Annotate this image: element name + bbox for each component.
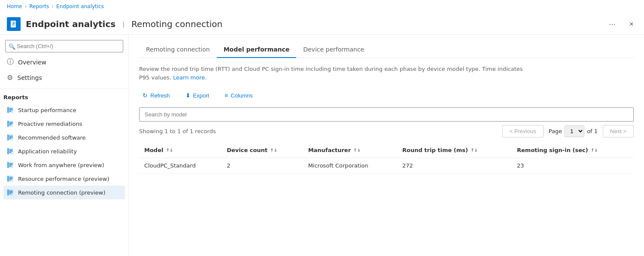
svg-rect-27 (9, 163, 13, 164)
cell-manufacturer: Microsoft Corporation (303, 158, 397, 174)
refresh-icon: ↻ (143, 92, 148, 99)
col-round-trip-time[interactable]: Round trip time (ms) ↑↓ (397, 143, 512, 158)
report-icon-work-from-anywhere (7, 162, 14, 168)
model-search-input[interactable] (139, 107, 634, 122)
page-select[interactable]: 1 (565, 125, 584, 137)
sidebar-item-overview[interactable]: ⓘ Overview (3, 54, 125, 70)
svg-rect-37 (9, 191, 13, 192)
pagination-bar: Showing 1 to 1 of 1 records < Previous P… (139, 125, 634, 137)
search-icon: 🔍 (9, 43, 15, 49)
close-button[interactable]: × (626, 18, 637, 30)
tab-device-performance[interactable]: Device performance (296, 42, 371, 58)
report-icon-proactive-remediations (7, 120, 14, 127)
sidebar-search-input[interactable] (5, 40, 123, 52)
svg-rect-34 (9, 180, 12, 180)
svg-rect-33 (9, 178, 13, 179)
columns-icon: ≡ (225, 92, 228, 99)
svg-rect-22 (9, 149, 13, 150)
main-layout: 🔍 « ⓘ Overview ⚙ Settings Reports (0, 35, 644, 256)
page-label: Page (549, 128, 562, 134)
cell-device-count: 2 (222, 158, 303, 174)
col-device-count[interactable]: Device count ↑↓ (222, 143, 303, 158)
top-bar-actions: ··· × (605, 18, 637, 30)
svg-rect-13 (9, 123, 13, 124)
breadcrumb-sep-1: › (24, 3, 27, 9)
sidebar-item-work-from-anywhere[interactable]: Work from anywhere (preview) (3, 158, 125, 172)
ellipsis-button[interactable]: ··· (605, 18, 619, 30)
sidebar-item-proactive-remediations[interactable]: Proactive remediations (3, 117, 125, 131)
report-icon-startup-performance (7, 107, 14, 113)
sort-icon-device-count: ↑↓ (270, 148, 277, 152)
columns-button[interactable]: ≡ Columns (221, 90, 256, 101)
svg-rect-14 (9, 125, 12, 125)
sidebar-item-proactive-remediations-label: Proactive remediations (18, 121, 82, 127)
col-manufacturer[interactable]: Manufacturer ↑↓ (303, 143, 397, 158)
export-label: Export (193, 92, 210, 99)
search-wrapper: 🔍 « (5, 40, 123, 52)
svg-rect-7 (9, 108, 13, 109)
columns-label: Columns (231, 92, 252, 99)
table-header: Model ↑↓ Device count ↑↓ Manufacturer (139, 143, 634, 158)
toolbar: ↻ Refresh ⬇ Export ≡ Columns (139, 90, 634, 101)
settings-icon: ⚙ (7, 73, 13, 82)
sidebar-item-startup-performance[interactable]: Startup performance (3, 103, 125, 117)
breadcrumb-sep-2: › (52, 3, 54, 9)
breadcrumb-reports[interactable]: Reports (29, 3, 49, 9)
refresh-button[interactable]: ↻ Refresh (139, 90, 173, 101)
sort-icon-round-trip-time: ↑↓ (471, 148, 478, 152)
svg-rect-28 (9, 165, 13, 165)
sidebar-item-work-from-anywhere-label: Work from anywhere (preview) (18, 162, 104, 168)
top-bar-left: Endpoint analytics | Remoting connection (7, 17, 222, 31)
showing-text: Showing 1 to 1 of 1 records (139, 128, 216, 134)
tab-model-performance[interactable]: Model performance (217, 42, 297, 58)
page-of-text: of 1 (587, 128, 598, 134)
previous-button[interactable]: < Previous (502, 125, 544, 137)
svg-rect-39 (9, 193, 12, 194)
next-button[interactable]: Next > (603, 125, 634, 137)
page-title-app: Endpoint analytics (26, 19, 115, 29)
report-icon-remoting-connection (7, 189, 14, 196)
sidebar-item-settings[interactable]: ⚙ Settings (3, 70, 125, 85)
table-row: CloudPC_Standard 2 Microsoft Corporation… (139, 158, 634, 174)
sidebar-item-application-reliability[interactable]: Application reliability (3, 144, 125, 158)
svg-rect-18 (9, 137, 13, 138)
sidebar-item-settings-label: Settings (17, 74, 42, 81)
tabs-bar: Remoting connection Model performance De… (139, 42, 634, 58)
svg-rect-24 (9, 152, 12, 153)
sidebar-item-application-reliability-label: Application reliability (18, 148, 77, 155)
col-remoting-sign-in[interactable]: Remoting sign-in (sec) ↑↓ (512, 143, 634, 158)
tab-remoting-connection[interactable]: Remoting connection (139, 42, 217, 58)
sidebar-item-overview-label: Overview (18, 59, 46, 66)
sidebar-nav: ⓘ Overview ⚙ Settings (0, 54, 128, 85)
svg-rect-9 (9, 111, 12, 112)
breadcrumb-home[interactable]: Home (7, 3, 22, 9)
data-table: Model ↑↓ Device count ↑↓ Manufacturer (139, 143, 634, 174)
content-description: Review the round trip time (RTT) and Clo… (139, 65, 526, 82)
learn-more-link[interactable]: Learn more. (173, 74, 207, 81)
sidebar: 🔍 « ⓘ Overview ⚙ Settings Reports (0, 35, 129, 256)
breadcrumb: Home › Reports › Endpoint analytics (0, 0, 644, 13)
svg-rect-12 (9, 122, 13, 123)
svg-rect-11 (7, 121, 9, 127)
report-icon-recommended-software (7, 134, 14, 141)
svg-rect-32 (9, 177, 13, 178)
svg-rect-26 (7, 162, 9, 168)
breadcrumb-endpoint-analytics[interactable]: Endpoint analytics (56, 3, 104, 9)
sidebar-item-startup-performance-label: Startup performance (18, 107, 76, 113)
table-body: CloudPC_Standard 2 Microsoft Corporation… (139, 158, 634, 174)
top-bar: Endpoint analytics | Remoting connection… (0, 13, 644, 35)
cell-remoting-sign-in: 23 (512, 158, 634, 174)
export-button[interactable]: ⬇ Export (182, 90, 213, 101)
sidebar-item-recommended-software[interactable]: Recommended software (3, 131, 125, 144)
model-search-wrapper (139, 107, 634, 122)
app-icon (7, 17, 21, 31)
col-model[interactable]: Model ↑↓ (139, 143, 222, 158)
svg-rect-8 (9, 110, 13, 110)
sidebar-item-resource-performance-label: Resource performance (preview) (18, 176, 109, 182)
sidebar-item-resource-performance[interactable]: Resource performance (preview) (3, 172, 125, 186)
svg-rect-21 (7, 148, 9, 154)
sidebar-item-remoting-connection[interactable]: Remoting connection (preview) (3, 186, 125, 199)
svg-rect-36 (7, 189, 9, 195)
content-area: Remoting connection Model performance De… (129, 35, 644, 256)
sidebar-reports-nav: Startup performance Proactive remediatio… (0, 103, 128, 199)
